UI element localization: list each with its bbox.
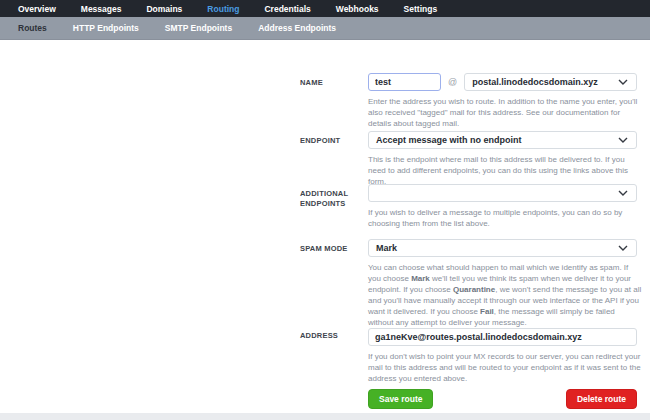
endpoint-select[interactable]: Accept message with no endpoint	[368, 131, 637, 149]
at-symbol: @	[448, 77, 457, 87]
name-label: NAME	[300, 78, 362, 88]
chevron-down-icon	[618, 79, 628, 85]
additional-endpoints-select[interactable]	[368, 184, 637, 202]
tab-overview[interactable]: Overview	[18, 4, 56, 14]
route-form: NAME @ postal.linodedocsdomain.xyz Enter…	[0, 41, 650, 413]
endpoint-label: ENDPOINT	[300, 136, 362, 146]
chevron-down-icon	[618, 190, 628, 196]
tab-domains[interactable]: Domains	[146, 4, 182, 14]
top-navigation: Overview Messages Domains Routing Creden…	[0, 0, 650, 17]
domain-select[interactable]: postal.linodedocsdomain.xyz	[464, 73, 637, 91]
chevron-down-icon	[618, 245, 628, 251]
address-input[interactable]	[368, 328, 637, 346]
name-help-text: Enter the address you wish to route. In …	[368, 96, 642, 129]
tab-messages[interactable]: Messages	[81, 4, 122, 14]
form-actions: Save route Delete route	[368, 389, 637, 409]
subnav-item-http-endpoints[interactable]: HTTP Endpoints	[73, 23, 139, 33]
endpoint-select-value: Accept message with no endpoint	[376, 135, 522, 145]
endpoint-help-text: This is the endpoint where mail to this …	[368, 154, 642, 187]
spam-mode-select[interactable]: Mark	[368, 239, 637, 257]
subnav-item-routes[interactable]: Routes	[18, 23, 47, 33]
address-label: ADDRESS	[300, 331, 362, 341]
tab-routing[interactable]: Routing	[207, 4, 239, 14]
address-help-text: If you don't wish to point your MX recor…	[368, 351, 642, 384]
page-footer-strip	[0, 413, 650, 420]
sub-navigation: Routes HTTP Endpoints SMTP Endpoints Add…	[0, 17, 650, 40]
tab-webhooks[interactable]: Webhooks	[336, 4, 379, 14]
delete-route-button[interactable]: Delete route	[566, 389, 637, 409]
additional-endpoints-label: ADDITIONAL ENDPOINTS	[300, 189, 362, 209]
additional-endpoints-help-text: If you wish to deliver a message to mult…	[368, 207, 642, 229]
spam-mode-help-text: You can choose what should happen to mai…	[368, 262, 642, 328]
subnav-item-address-endpoints[interactable]: Address Endpoints	[258, 23, 336, 33]
tab-settings[interactable]: Settings	[404, 4, 438, 14]
save-route-button[interactable]: Save route	[368, 389, 433, 409]
subnav-item-smtp-endpoints[interactable]: SMTP Endpoints	[165, 23, 232, 33]
tab-credentials[interactable]: Credentials	[264, 4, 310, 14]
domain-select-value: postal.linodedocsdomain.xyz	[472, 77, 598, 87]
spam-mode-label: SPAM MODE	[300, 244, 362, 254]
chevron-down-icon	[618, 137, 628, 143]
spam-mode-select-value: Mark	[376, 243, 397, 253]
name-input[interactable]	[368, 73, 441, 91]
